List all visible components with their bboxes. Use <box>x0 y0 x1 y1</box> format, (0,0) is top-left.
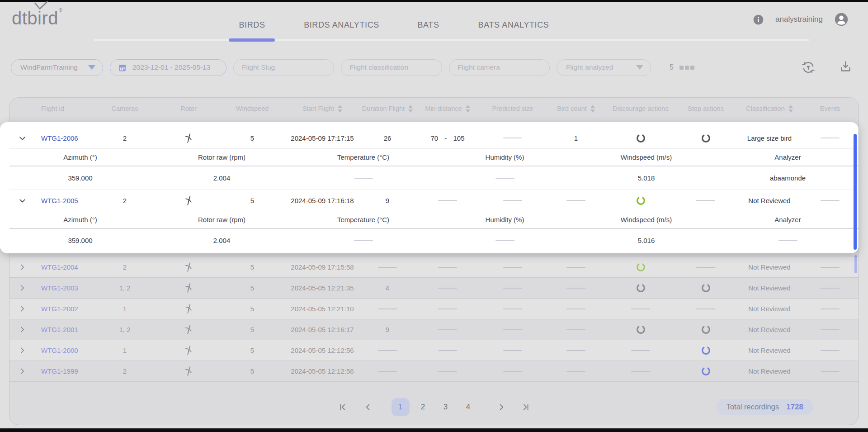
tab-birds-analytics[interactable]: BIRDS ANALYTICS <box>302 18 381 32</box>
wind-turbine-icon <box>183 133 194 144</box>
sort-arrows-icon[interactable] <box>590 105 595 113</box>
flight-id-link[interactable]: WTG1-2001 <box>41 326 78 333</box>
empty-value-dash <box>438 350 457 351</box>
sort-arrows-icon[interactable] <box>408 105 413 113</box>
column-header-label: Discourage actions <box>613 105 668 112</box>
classification-cell: Not Reviewed <box>737 263 802 271</box>
flight-id-cell: WTG1-1999 <box>35 367 93 375</box>
empty-value-dash <box>821 267 840 268</box>
flight-id-link[interactable]: WTG1-2000 <box>41 347 78 354</box>
classification-cell: Not Reviewed <box>737 326 802 333</box>
column-header-events: Events <box>802 105 859 112</box>
first-page-button[interactable] <box>334 398 352 416</box>
last-page-button[interactable] <box>517 398 535 416</box>
reset-filters-button[interactable] <box>800 59 816 77</box>
page-button-4[interactable]: 4 <box>459 398 477 416</box>
flight-analyzed-select[interactable]: Flight analyzed <box>557 59 651 76</box>
page-button-1[interactable]: 1 <box>392 398 410 416</box>
sort-arrows-icon[interactable] <box>466 105 470 113</box>
total-recordings-label: Total recordings <box>726 403 779 411</box>
username-label: analystraining <box>775 15 823 24</box>
filter-options-button[interactable] <box>679 66 694 70</box>
table-row[interactable]: WTG1-2002152024-05-05 12:21:10Not Review… <box>9 299 859 319</box>
discourage-actions-cell <box>607 324 674 335</box>
flight-slug-input[interactable] <box>233 59 334 76</box>
bird-count-cell <box>545 350 607 351</box>
discourage-actions-cell <box>607 195 674 206</box>
expand-row-button[interactable] <box>9 346 35 355</box>
logo-bird-check-icon <box>33 1 49 9</box>
tab-birds[interactable]: BIRDS <box>228 18 276 32</box>
empty-value-dash <box>566 350 585 351</box>
detail-value <box>717 240 859 241</box>
table-row[interactable]: WTG1-2004252024-05-09 17:15:58Not Review… <box>9 257 859 278</box>
column-header-bird-count[interactable]: Bird count <box>545 105 607 113</box>
scrollbar-thumb[interactable] <box>854 134 857 250</box>
column-header-start-flight[interactable]: Start Flight <box>284 105 360 113</box>
collapse-row-button[interactable] <box>9 196 35 205</box>
table-row[interactable]: WTG1-2005252024-05-09 17:16:189Not Revie… <box>9 190 859 211</box>
flight-id-link[interactable]: WTG1-2002 <box>41 305 78 313</box>
flight-id-link[interactable]: WTG1-2006 <box>41 134 78 142</box>
stop-actions-cell <box>674 133 737 143</box>
tab-bats-analytics[interactable]: BATS ANALYTICS <box>477 18 550 32</box>
column-header-min-distance[interactable]: Min distance <box>415 105 481 113</box>
flight-id-link[interactable]: WTG1-2004 <box>41 263 78 271</box>
previous-page-button[interactable] <box>359 398 377 416</box>
empty-value-dash <box>503 329 522 330</box>
empty-value-dash <box>778 240 797 241</box>
flight-id-link[interactable]: WTG1-2005 <box>41 197 78 204</box>
column-header-label: Bird count <box>557 105 586 112</box>
expand-row-button[interactable] <box>9 262 35 272</box>
empty-value-dash <box>503 309 522 309</box>
sort-arrows-icon[interactable] <box>788 105 793 113</box>
bird-count-cell <box>545 329 607 330</box>
table-row[interactable]: WTG1-20011, 252024-05-05 12:16:179Not Re… <box>9 319 859 340</box>
column-header-classification[interactable]: Classification <box>737 105 802 113</box>
sort-arrows-icon[interactable] <box>338 105 342 113</box>
empty-value-dash <box>566 309 585 309</box>
column-header-duration-flight[interactable]: Duration Flight <box>360 105 415 113</box>
download-button[interactable] <box>839 59 853 75</box>
expand-row-button[interactable] <box>9 283 35 293</box>
flight-id-cell: WTG1-2002 <box>35 305 93 313</box>
predicted-size-cell <box>481 350 545 351</box>
wind-farm-select[interactable]: WindFarmTraining <box>11 59 103 76</box>
avatar-icon[interactable] <box>834 12 849 27</box>
rotor-cell <box>157 282 220 294</box>
expand-row-button[interactable] <box>9 304 35 313</box>
empty-value-dash <box>378 371 397 372</box>
empty-value-dash <box>378 267 397 268</box>
column-header-label: Cameras <box>112 105 138 112</box>
table-row[interactable]: WTG1-2006252024-05-09 17:17:152670 - 105… <box>9 128 859 148</box>
flight-id-link[interactable]: WTG1-2003 <box>41 284 78 292</box>
flight-camera-input[interactable] <box>449 59 550 76</box>
detail-column-label: Azimuth (°) <box>9 216 151 223</box>
discourage-actions-cell <box>607 309 674 309</box>
filter-bar: WindFarmTraining 2023-12-01 - 2025-05-13… <box>11 59 694 76</box>
stop-actions-cell <box>674 267 737 268</box>
windspeed-cell: 5 <box>220 367 284 375</box>
expand-row-button[interactable] <box>9 366 35 376</box>
bottom-edge-bar <box>0 428 868 432</box>
page-button-2[interactable]: 2 <box>414 398 432 416</box>
rotor-cell <box>157 366 220 377</box>
flight-id-link[interactable]: WTG1-1999 <box>41 367 78 375</box>
flight-classification-input[interactable] <box>341 59 442 76</box>
date-range-picker[interactable]: 2023-12-01 - 2025-05-13 <box>110 59 226 76</box>
tab-bats[interactable]: BATS <box>407 18 450 32</box>
logo[interactable]: dtbird® <box>12 7 63 28</box>
page-button-3[interactable]: 3 <box>437 398 455 416</box>
expand-row-button[interactable] <box>9 325 35 334</box>
collapse-row-button[interactable] <box>9 133 35 143</box>
active-filter-count: 5 <box>670 63 694 71</box>
next-page-button[interactable] <box>492 398 510 416</box>
table-row[interactable]: WTG1-20031, 252024-05-05 12:21:354Not Re… <box>9 278 859 299</box>
info-icon[interactable] <box>752 14 764 26</box>
classification-cell: Not Reviewed <box>737 347 802 354</box>
empty-value-dash <box>566 200 585 201</box>
action-ring-icon <box>636 133 646 143</box>
column-header-label: Classification <box>746 105 784 112</box>
table-row[interactable]: WTG1-2000152024-05-05 12:12:56Not Review… <box>9 340 859 361</box>
table-row[interactable]: WTG1-1999252024-05-05 12:12:56Not Review… <box>9 361 859 382</box>
